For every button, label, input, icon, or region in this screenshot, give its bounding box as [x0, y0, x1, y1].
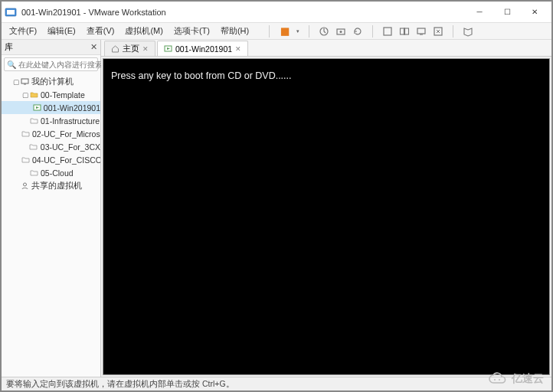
folder-icon — [21, 155, 30, 165]
dropdown-icon[interactable]: ▾ — [296, 28, 299, 34]
folder-icon — [21, 129, 30, 139]
tree-label: 共享的虚拟机 — [31, 181, 82, 191]
console-view-icon[interactable] — [416, 26, 427, 37]
menu-bar: 文件(F) 编辑(E) 查看(V) 虚拟机(M) 选项卡(T) 帮助(H) ▮▮… — [2, 23, 551, 40]
tree-label: 我的计算机 — [31, 77, 74, 87]
tree-node-infrastructure[interactable]: 01-Infrastructure — [2, 114, 100, 127]
separator — [269, 25, 270, 38]
vm-tree: ▢ 我的计算机 ▢ 00-Template 001-Win201901 01-I… — [2, 74, 100, 377]
tab-close-icon[interactable]: ✕ — [235, 45, 241, 53]
folder-icon — [29, 142, 38, 152]
search-box[interactable]: 🔍 ▾ — [4, 57, 98, 71]
title-bar: 001-Win201901 - VMware Workstation ─ ☐ ✕ — [2, 2, 551, 23]
snapshot-icon[interactable] — [319, 26, 329, 37]
sidebar-close-icon[interactable]: ✕ — [90, 42, 97, 52]
tree-label: 00-Template — [41, 90, 85, 100]
library-icon[interactable] — [463, 26, 473, 37]
folder-icon — [29, 168, 38, 178]
tree-shared-vms[interactable]: 共享的虚拟机 — [2, 179, 100, 192]
separator — [453, 25, 453, 38]
folder-icon — [29, 116, 38, 126]
sidebar-header: 库 ✕ — [2, 40, 100, 55]
main-area: 主页 ✕ 001-Win201901 ✕ Press any key to bo… — [101, 40, 551, 377]
sidebar: 库 ✕ 🔍 ▾ ▢ 我的计算机 ▢ 00-Template 001-Win201… — [2, 40, 101, 377]
tree-node-uc-cisco[interactable]: 04-UC_For_CISCO — [2, 153, 100, 166]
vm-running-icon — [33, 103, 41, 113]
shared-icon — [20, 181, 29, 191]
menu-file[interactable]: 文件(F) — [5, 24, 41, 38]
home-icon — [111, 44, 119, 53]
expand-icon[interactable]: ▢ — [21, 91, 29, 99]
tab-bar: 主页 ✕ 001-Win201901 ✕ — [101, 40, 551, 57]
toolbar: ▮▮▾ — [266, 25, 473, 38]
tree-node-template[interactable]: ▢ 00-Template — [2, 88, 100, 101]
window-title: 001-Win201901 - VMware Workstation — [21, 8, 466, 17]
tree-label: 02-UC_For_Microsoft — [32, 129, 100, 139]
menu-vm[interactable]: 虚拟机(M) — [120, 24, 168, 38]
svg-rect-8 — [417, 28, 425, 34]
search-icon: 🔍 — [7, 60, 16, 69]
expand-icon[interactable]: ▢ — [12, 78, 20, 86]
menu-edit[interactable]: 编辑(E) — [43, 24, 80, 38]
menu-tabs[interactable]: 选项卡(T) — [169, 24, 214, 38]
fullscreen-icon[interactable] — [382, 26, 393, 37]
tree-node-cloud[interactable]: 05-Cloud — [2, 166, 100, 179]
tree-label: 05-Cloud — [41, 168, 74, 178]
svg-rect-10 — [21, 79, 28, 83]
manage-icon[interactable] — [335, 26, 346, 37]
sidebar-title: 库 — [5, 41, 13, 53]
vm-console[interactable]: Press any key to boot from CD or DVD....… — [103, 58, 550, 375]
folder-icon — [29, 90, 38, 100]
tree-label: 001-Win201901 — [44, 103, 100, 113]
unity-icon[interactable] — [399, 26, 410, 37]
svg-point-12 — [23, 183, 26, 186]
tree-node-uc-3cx[interactable]: 03-UC_For_3CX — [2, 140, 100, 153]
window-controls: ─ ☐ ✕ — [466, 3, 548, 21]
tree-label: 03-UC_For_3CX — [41, 142, 100, 152]
tree-node-uc-microsoft[interactable]: 02-UC_For_Microsoft — [2, 127, 100, 140]
tree-label: 01-Infrastructure — [41, 116, 100, 126]
console-text: Press any key to boot from CD or DVD....… — [111, 70, 542, 83]
tab-label: 001-Win201901 — [175, 44, 232, 54]
tree-root-mycomputer[interactable]: ▢ 我的计算机 — [2, 75, 100, 88]
tab-vm[interactable]: 001-Win201901 ✕ — [157, 41, 248, 56]
maximize-button[interactable]: ☐ — [493, 3, 521, 21]
svg-rect-5 — [384, 28, 391, 35]
status-bar: 要将输入定向到该虚拟机，请在虚拟机内部单击或按 Ctrl+G。 — [2, 377, 551, 390]
separator — [372, 25, 373, 38]
status-text: 要将输入定向到该虚拟机，请在虚拟机内部单击或按 Ctrl+G。 — [6, 379, 234, 390]
stretch-icon[interactable] — [433, 26, 443, 37]
tree-label: 04-UC_For_CISCO — [32, 155, 100, 165]
tab-label: 主页 — [123, 44, 139, 54]
tab-home[interactable]: 主页 ✕ — [104, 41, 155, 56]
pause-icon[interactable]: ▮▮ — [279, 26, 290, 37]
tab-close-icon[interactable]: ✕ — [142, 45, 149, 53]
minimize-button[interactable]: ─ — [466, 3, 493, 21]
menu-help[interactable]: 帮助(H) — [216, 24, 254, 38]
close-button[interactable]: ✕ — [521, 3, 548, 21]
computer-icon — [20, 77, 29, 87]
separator — [309, 25, 309, 38]
vm-icon — [164, 44, 172, 53]
svg-point-4 — [340, 31, 342, 33]
svg-rect-1 — [7, 10, 15, 15]
content-area: 库 ✕ 🔍 ▾ ▢ 我的计算机 ▢ 00-Template 001-Win201… — [2, 40, 551, 377]
revert-icon[interactable] — [352, 26, 363, 37]
tree-node-win201901[interactable]: 001-Win201901 — [2, 101, 100, 114]
app-icon — [5, 6, 17, 18]
menu-view[interactable]: 查看(V) — [82, 24, 119, 38]
